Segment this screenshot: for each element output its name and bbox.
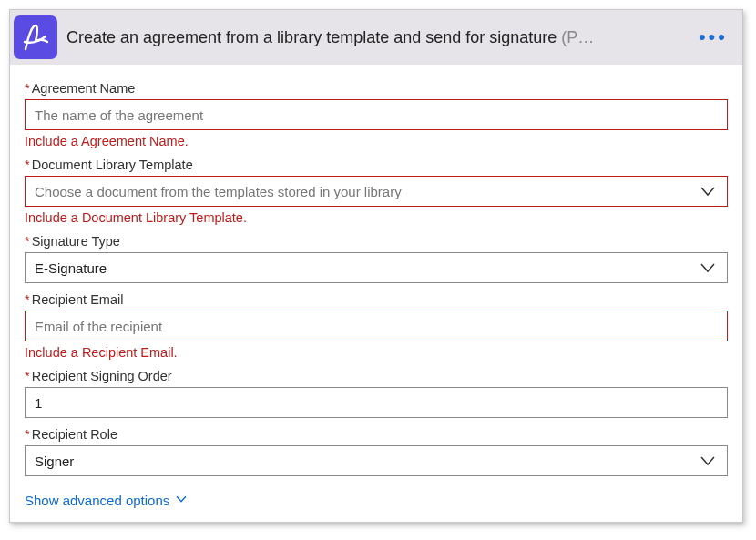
error-agreement-name: Include a Agreement Name. [25, 134, 728, 148]
field-recipient-email: *Recipient Email Email of the recipient … [25, 292, 728, 360]
label-agreement-name: *Agreement Name [25, 81, 728, 96]
error-doc-template: Include a Document Library Template. [25, 210, 728, 225]
select-value: Signer [35, 453, 698, 469]
chevron-down-icon [698, 181, 718, 201]
card-title-suffix: (P… [561, 28, 594, 46]
label-text: Agreement Name [32, 81, 136, 96]
card-title-main: Create an agreement from a library templ… [66, 28, 561, 46]
label-recipient-email: *Recipient Email [25, 292, 728, 307]
select-value: E-Signature [35, 260, 698, 276]
input-recipient-email[interactable]: Email of the recipient [25, 311, 728, 341]
action-card: Create an agreement from a library templ… [9, 9, 743, 523]
chevron-down-icon [175, 493, 188, 508]
field-signing-order: *Recipient Signing Order 1 [25, 369, 728, 418]
label-doc-template: *Document Library Template [25, 158, 728, 172]
input-placeholder: The name of the agreement [35, 107, 203, 123]
advanced-label: Show advanced options [25, 493, 169, 508]
field-doc-template: *Document Library Template Choose a docu… [25, 158, 728, 225]
label-sig-type: *Signature Type [25, 234, 728, 249]
label-text: Document Library Template [32, 158, 193, 172]
required-asterisk: * [25, 234, 30, 249]
input-placeholder: Email of the recipient [35, 319, 162, 334]
card-menu-button[interactable]: ••• [693, 25, 733, 49]
required-asterisk: * [25, 158, 30, 172]
label-text: Recipient Role [32, 427, 117, 442]
label-recipient-role: *Recipient Role [25, 427, 728, 442]
field-sig-type: *Signature Type E-Signature [25, 234, 728, 283]
error-recipient-email: Include a Recipient Email. [25, 345, 728, 360]
chevron-down-icon [698, 451, 718, 471]
select-recipient-role[interactable]: Signer [25, 445, 728, 476]
required-asterisk: * [25, 369, 30, 383]
required-asterisk: * [25, 427, 30, 442]
label-text: Recipient Email [32, 292, 124, 307]
card-body: *Agreement Name The name of the agreemen… [10, 65, 742, 522]
label-text: Recipient Signing Order [32, 369, 172, 383]
required-asterisk: * [25, 81, 30, 96]
card-title: Create an agreement from a library templ… [66, 28, 684, 47]
input-agreement-name[interactable]: The name of the agreement [25, 99, 728, 130]
select-placeholder: Choose a document from the templates sto… [35, 184, 698, 199]
show-advanced-options[interactable]: Show advanced options [25, 493, 188, 508]
select-sig-type[interactable]: E-Signature [25, 252, 728, 283]
label-text: Signature Type [32, 234, 120, 249]
field-agreement-name: *Agreement Name The name of the agreemen… [25, 81, 728, 148]
select-doc-template[interactable]: Choose a document from the templates sto… [25, 176, 728, 207]
input-signing-order[interactable]: 1 [25, 387, 728, 418]
adobe-sign-icon [14, 15, 57, 59]
required-asterisk: * [25, 292, 30, 307]
chevron-down-icon [698, 258, 718, 278]
field-recipient-role: *Recipient Role Signer [25, 427, 728, 476]
input-value: 1 [35, 395, 42, 411]
card-header: Create an agreement from a library templ… [10, 10, 742, 65]
label-signing-order: *Recipient Signing Order [25, 369, 728, 383]
